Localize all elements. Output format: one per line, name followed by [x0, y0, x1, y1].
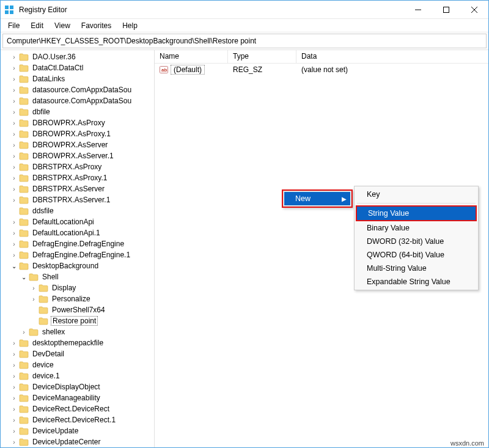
chevron-right-icon[interactable]: ›	[10, 339, 18, 347]
chevron-down-icon[interactable]: ⌄	[10, 262, 18, 270]
tree-node[interactable]: ›DataLinks	[3, 73, 154, 84]
tree-node-label: Restore point	[51, 316, 98, 326]
chevron-right-icon[interactable]: ›	[10, 350, 18, 358]
tree-node[interactable]: ›DevDetail	[3, 348, 154, 359]
menu-item-qword-value[interactable]: QWORD (64-bit) Value	[356, 248, 477, 262]
tree-node[interactable]: ›device.1	[3, 370, 154, 381]
menu-item-key[interactable]: Key	[356, 188, 477, 201]
tree-node[interactable]: ›DefragEngine.DefragEngine	[3, 238, 154, 249]
tree-node[interactable]: ›DeviceRect.DeviceRect.1	[3, 414, 154, 425]
tree-node[interactable]: ›DBROWPRX.AsProxy	[3, 117, 154, 128]
tree-node[interactable]: ›DeviceUpdateCenter	[3, 436, 154, 447]
tree-node[interactable]: ›DeviceManageability	[3, 392, 154, 403]
tree-node[interactable]: ⌄DesktopBackground	[3, 260, 154, 271]
chevron-right-icon[interactable]: ›	[10, 438, 18, 446]
chevron-right-icon[interactable]: ›	[20, 328, 28, 336]
address-bar[interactable]: Computer\HKEY_CLASSES_ROOT\DesktopBackgr…	[2, 34, 487, 48]
chevron-right-icon[interactable]: ›	[10, 64, 18, 72]
chevron-right-icon[interactable]: ›	[10, 141, 18, 149]
chevron-right-icon[interactable]: ›	[10, 229, 18, 237]
chevron-right-icon[interactable]: ›	[10, 97, 18, 105]
col-header-type[interactable]: Type	[228, 50, 296, 63]
tree-node[interactable]: ›DBRSTPRX.AsServer.1	[3, 194, 154, 205]
menu-edit[interactable]: Edit	[26, 20, 48, 31]
tree-node[interactable]: ›device	[3, 359, 154, 370]
tree-node[interactable]: ›DBROWPRX.AsProxy.1	[3, 128, 154, 139]
tree-node[interactable]: ⌄Shell	[3, 271, 154, 282]
chevron-right-icon[interactable]: ›	[10, 251, 18, 259]
tree-node[interactable]: ›datasource.ComAppxDataSou	[3, 95, 154, 106]
menu-item-dword-value[interactable]: DWORD (32-bit) Value	[356, 235, 477, 248]
chevron-right-icon[interactable]: ›	[10, 427, 18, 435]
menu-file[interactable]: File	[3, 20, 24, 31]
chevron-down-icon[interactable]: ⌄	[20, 273, 28, 281]
menu-view[interactable]: View	[50, 20, 75, 31]
chevron-right-icon[interactable]: ›	[10, 152, 18, 160]
tree-node[interactable]: ›DBROWPRX.AsServer	[3, 139, 154, 150]
string-value-icon: ab	[160, 65, 168, 74]
chevron-right-icon[interactable]: ›	[10, 185, 18, 193]
tree-node[interactable]: ›shellex	[3, 326, 154, 337]
chevron-right-icon[interactable]: ›	[10, 240, 18, 248]
tree-node-label: ddsfile	[31, 207, 55, 215]
chevron-right-icon[interactable]: ›	[10, 416, 18, 424]
menu-item-multistring-value[interactable]: Multi-String Value	[356, 262, 477, 275]
chevron-right-icon[interactable]: ›	[10, 405, 18, 413]
folder-icon	[19, 207, 29, 215]
tree-node[interactable]: ›DefragEngine.DefragEngine.1	[3, 249, 154, 260]
menu-help[interactable]: Help	[117, 20, 142, 31]
tree-node[interactable]: ›DataCtl.DataCtl	[3, 62, 154, 73]
chevron-right-icon[interactable]: ›	[10, 130, 18, 138]
tree-node[interactable]: ›dbfile	[3, 106, 154, 117]
tree-node[interactable]: ›desktopthemepackfile	[3, 337, 154, 348]
tree-node[interactable]: ›DBROWPRX.AsServer.1	[3, 150, 154, 161]
chevron-right-icon[interactable]: ›	[10, 196, 18, 204]
chevron-right-icon[interactable]: ›	[30, 284, 37, 292]
tree-node[interactable]: PowerShell7x64	[3, 304, 154, 315]
menu-favorites[interactable]: Favorites	[76, 20, 116, 31]
tree-node[interactable]: ›DBRSTPRX.AsProxy.1	[3, 172, 154, 183]
maximize-button[interactable]	[432, 1, 460, 19]
value-row[interactable]: ab (Default) REG_SZ (value not set)	[155, 64, 488, 76]
tree-node[interactable]: ›Display	[3, 282, 154, 293]
folder-icon	[19, 152, 29, 160]
tree-node[interactable]: ›DAO.User.36	[3, 51, 154, 62]
chevron-right-icon[interactable]: ›	[10, 218, 18, 226]
tree-node[interactable]: ›DeviceUpdate	[3, 425, 154, 436]
chevron-right-icon[interactable]: ›	[10, 75, 18, 83]
col-header-name[interactable]: Name	[155, 50, 228, 63]
chevron-right-icon[interactable]: ›	[10, 394, 18, 402]
menu-item-binary-value[interactable]: Binary Value	[356, 221, 477, 235]
tree-node[interactable]: ›DeviceRect.DeviceRect	[3, 403, 154, 414]
tree-node[interactable]: ›DBRSTPRX.AsServer	[3, 183, 154, 194]
chevron-right-icon[interactable]: ›	[10, 174, 18, 182]
chevron-right-icon[interactable]: ›	[10, 108, 18, 116]
tree-node[interactable]: ›DeviceDisplayObject	[3, 381, 154, 392]
menu-item-string-value[interactable]: String Value	[357, 207, 476, 220]
minimize-button[interactable]	[404, 1, 432, 19]
tree-pane[interactable]: ›DAO.User.36›DataCtl.DataCtl›DataLinks›d…	[1, 50, 155, 447]
folder-icon	[19, 416, 29, 424]
chevron-right-icon[interactable]: ›	[10, 86, 18, 94]
tree-node[interactable]: ›DBRSTPRX.AsProxy	[3, 161, 154, 172]
tree-node[interactable]: ddsfile	[3, 205, 154, 216]
menu-item-expandstring-value[interactable]: Expandable String Value	[356, 275, 477, 288]
chevron-right-icon[interactable]: ›	[10, 361, 18, 369]
folder-icon	[19, 218, 29, 226]
chevron-right-icon[interactable]: ›	[10, 372, 18, 380]
tree-node[interactable]: ›datasource.ComAppxDataSou	[3, 84, 154, 95]
chevron-right-icon[interactable]: ›	[30, 295, 37, 303]
close-button[interactable]	[460, 1, 488, 19]
chevron-right-icon[interactable]: ›	[10, 383, 18, 391]
col-header-data[interactable]: Data	[296, 50, 488, 63]
chevron-right-icon[interactable]: ›	[10, 163, 18, 171]
tree-node[interactable]: ›Personalize	[3, 293, 154, 304]
chevron-right-icon[interactable]: ›	[10, 53, 18, 61]
chevron-right-icon[interactable]: ›	[10, 119, 18, 127]
tree-node[interactable]: ›DefaultLocationApi.1	[3, 227, 154, 238]
values-pane[interactable]: Name Type Data ab (Default) REG_SZ (valu…	[155, 50, 488, 447]
tree-node[interactable]: Restore point	[3, 315, 154, 326]
folder-icon	[19, 196, 29, 204]
tree-node[interactable]: ›DefaultLocationApi	[3, 216, 154, 227]
menu-item-new[interactable]: New ▶	[284, 192, 350, 205]
